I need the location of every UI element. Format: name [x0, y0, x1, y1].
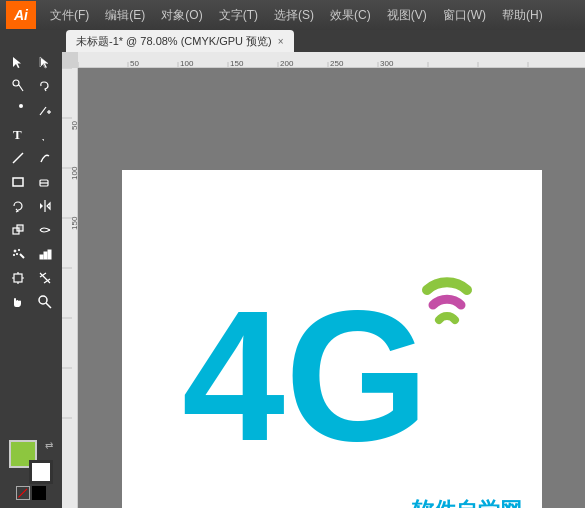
watermark: 软件自学网 WWW.RJZXW.COM: [412, 496, 522, 508]
tool-zoom[interactable]: [32, 291, 58, 313]
none-color[interactable]: [16, 486, 30, 500]
logo-4g-svg: 4G: [172, 245, 492, 495]
tool-arc[interactable]: [32, 147, 58, 169]
svg-marker-15: [40, 203, 43, 209]
menu-view[interactable]: 视图(V): [379, 5, 435, 26]
svg-line-3: [19, 85, 23, 91]
tool-warp[interactable]: [32, 219, 58, 241]
svg-text:50: 50: [130, 59, 139, 67]
menu-help[interactable]: 帮助(H): [494, 5, 551, 26]
svg-text:4G: 4G: [182, 273, 429, 479]
canvas-area[interactable]: 4G 软件自学网 WWW.RJZXW.COM: [78, 68, 585, 508]
menu-window[interactable]: 窗口(W): [435, 5, 494, 26]
black-color[interactable]: [32, 486, 46, 500]
svg-text:50: 50: [70, 121, 78, 130]
svg-rect-24: [44, 252, 47, 259]
svg-text:250: 250: [330, 59, 344, 67]
swap-colors-icon[interactable]: ⇄: [45, 440, 53, 451]
svg-line-32: [46, 303, 51, 308]
svg-line-10: [13, 153, 23, 163]
svg-text:150: 150: [230, 59, 244, 67]
tool-eraser[interactable]: [32, 171, 58, 193]
tab-label: 未标题-1* @ 78.08% (CMYK/GPU 预览): [76, 34, 272, 49]
tool-type[interactable]: T: [5, 123, 31, 145]
menu-edit[interactable]: 编辑(E): [97, 5, 153, 26]
svg-rect-26: [14, 274, 22, 282]
svg-rect-25: [48, 250, 51, 259]
menu-bar: 文件(F) 编辑(E) 对象(O) 文字(T) 选择(S) 效果(C) 视图(V…: [42, 5, 551, 26]
document-tab[interactable]: 未标题-1* @ 78.08% (CMYK/GPU 预览) ×: [66, 30, 294, 52]
tool-add-anchor[interactable]: [32, 99, 58, 121]
svg-point-22: [13, 254, 14, 255]
default-colors: [16, 486, 46, 500]
tool-rotate[interactable]: [5, 195, 31, 217]
tool-pen[interactable]: [5, 99, 31, 121]
toolbar: T T: [0, 30, 62, 508]
menu-file[interactable]: 文件(F): [42, 5, 97, 26]
menu-select[interactable]: 选择(S): [266, 5, 322, 26]
tool-artboard[interactable]: [5, 267, 31, 289]
svg-rect-11: [13, 178, 23, 186]
tool-magic-wand[interactable]: [5, 75, 31, 97]
fill-stroke: ⇄: [9, 440, 53, 484]
tool-select[interactable]: [5, 51, 31, 73]
ruler-and-canvas: 50 100 150 4G: [62, 68, 585, 508]
tool-rect[interactable]: [5, 171, 31, 193]
svg-text:T: T: [13, 127, 22, 141]
svg-text:100: 100: [180, 59, 194, 67]
artboard: 4G 软件自学网 WWW.RJZXW.COM: [122, 170, 542, 508]
ruler-corner: [62, 52, 78, 68]
svg-text:100: 100: [70, 166, 78, 180]
svg-point-21: [16, 253, 17, 254]
svg-text:150: 150: [70, 216, 78, 230]
main-area: T T: [0, 30, 585, 508]
tool-symbol-spray[interactable]: [5, 243, 31, 265]
tool-column-graph[interactable]: [32, 243, 58, 265]
tool-scale[interactable]: [5, 219, 31, 241]
svg-rect-23: [40, 255, 43, 259]
stroke-color[interactable]: [29, 460, 53, 484]
tab-close-button[interactable]: ×: [278, 36, 284, 47]
canvas-with-ruler: 未标题-1* @ 78.08% (CMYK/GPU 预览) ×: [62, 30, 585, 508]
tab-bar: 未标题-1* @ 78.08% (CMYK/GPU 预览) ×: [62, 30, 585, 52]
tool-hand[interactable]: [5, 291, 31, 313]
horizontal-ruler: 50 100 150 200 250 300: [62, 52, 585, 68]
tool-reflect[interactable]: [32, 195, 58, 217]
tool-line[interactable]: [5, 147, 31, 169]
svg-point-31: [39, 296, 47, 304]
ai-logo: Ai: [6, 1, 36, 29]
svg-text:T: T: [38, 139, 47, 141]
svg-text:200: 200: [280, 59, 294, 67]
svg-point-4: [13, 80, 19, 86]
svg-point-5: [19, 104, 23, 108]
svg-marker-16: [47, 203, 50, 209]
ruler-strip-h: 50 100 150 200 250 300: [78, 52, 585, 67]
svg-point-19: [14, 250, 16, 252]
color-area: ⇄: [5, 436, 57, 504]
svg-marker-0: [13, 57, 21, 68]
vertical-ruler: 50 100 150: [62, 68, 78, 508]
menu-effect[interactable]: 效果(C): [322, 5, 379, 26]
tool-direct-select[interactable]: [32, 51, 58, 73]
title-bar: Ai 文件(F) 编辑(E) 对象(O) 文字(T) 选择(S) 效果(C) 视…: [0, 0, 585, 30]
watermark-title: 软件自学网: [412, 496, 522, 508]
tool-slice[interactable]: [32, 267, 58, 289]
menu-object[interactable]: 对象(O): [153, 5, 210, 26]
svg-point-20: [18, 249, 19, 250]
tool-type-vertical[interactable]: T: [32, 123, 58, 145]
svg-rect-18: [17, 225, 23, 231]
menu-text[interactable]: 文字(T): [211, 5, 266, 26]
tool-lasso[interactable]: [32, 75, 58, 97]
svg-text:300: 300: [380, 59, 394, 67]
